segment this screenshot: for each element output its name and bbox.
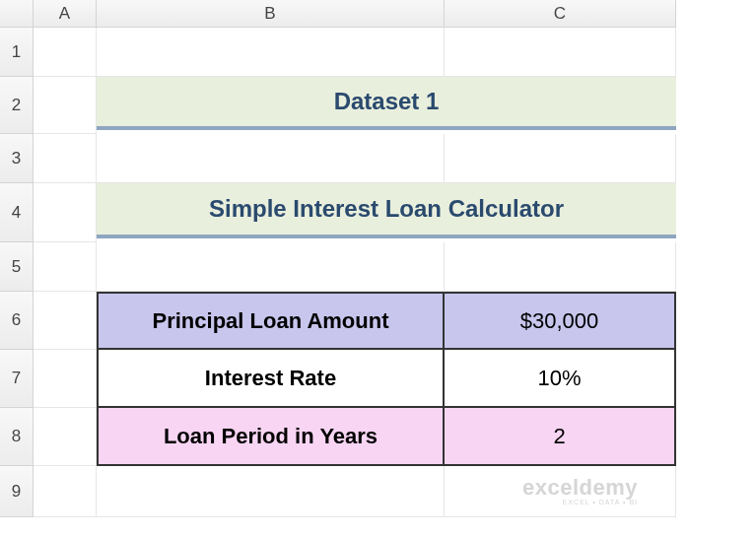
- value-text: 2: [553, 424, 565, 449]
- row-label: 7: [12, 369, 21, 388]
- col-header-c[interactable]: C: [445, 0, 676, 28]
- cell-c1[interactable]: [445, 28, 676, 77]
- cell-b9[interactable]: [97, 466, 445, 517]
- row-label: 2: [12, 96, 21, 115]
- cell-a7[interactable]: [34, 350, 97, 408]
- value-principal[interactable]: $30,000: [445, 292, 676, 350]
- value-text: $30,000: [520, 308, 599, 334]
- row-header-9[interactable]: 9: [0, 466, 34, 517]
- row-label: 6: [12, 310, 21, 330]
- label-interest-rate[interactable]: Interest Rate: [97, 350, 445, 408]
- cell-a5[interactable]: [34, 242, 97, 292]
- label-text: Interest Rate: [205, 366, 336, 391]
- row-loan-period: Loan Period in Years 2: [97, 408, 676, 466]
- watermark: exceldemy EXCEL • DATA • BI: [522, 477, 638, 505]
- cell-b3[interactable]: [97, 134, 445, 183]
- col-label: B: [264, 4, 275, 24]
- row-header-3[interactable]: 3: [0, 134, 34, 183]
- row-label: 5: [12, 257, 21, 277]
- watermark-brand: exceldemy: [522, 477, 638, 499]
- cell-b1[interactable]: [97, 28, 445, 77]
- value-interest-rate[interactable]: 10%: [445, 350, 676, 408]
- cell-a8[interactable]: [34, 408, 97, 466]
- cell-a6[interactable]: [34, 292, 97, 350]
- row-principal: Principal Loan Amount $30,000: [97, 292, 676, 350]
- dataset-title-banner[interactable]: Dataset 1: [97, 77, 676, 130]
- row-header-6[interactable]: 6: [0, 292, 34, 350]
- row-header-5[interactable]: 5: [0, 242, 34, 292]
- row-label: 9: [12, 482, 21, 502]
- row-header-1[interactable]: 1: [0, 28, 34, 77]
- cell-c5[interactable]: [445, 242, 676, 292]
- row-label: 3: [12, 149, 21, 168]
- spreadsheet-view: A B C 1 2 3 4 5 6 7 8 9 Dataset 1: [0, 0, 756, 538]
- row-header-4[interactable]: 4: [0, 183, 34, 242]
- cell-a2[interactable]: [34, 77, 97, 134]
- cell-a4[interactable]: [34, 183, 97, 242]
- dataset-title-text: Dataset 1: [334, 88, 440, 115]
- col-label: A: [59, 4, 70, 24]
- row-header-8[interactable]: 8: [0, 408, 34, 466]
- cell-b5[interactable]: [97, 242, 445, 292]
- label-loan-period[interactable]: Loan Period in Years: [97, 408, 445, 466]
- value-text: 10%: [537, 366, 581, 391]
- calculator-title-text: Simple Interest Loan Calculator: [209, 195, 564, 223]
- row-label: 4: [12, 203, 21, 223]
- row-interest-rate: Interest Rate 10%: [97, 350, 676, 408]
- cell-a3[interactable]: [34, 134, 97, 183]
- col-label: C: [554, 4, 566, 24]
- select-all-corner[interactable]: [0, 0, 34, 28]
- col-header-b[interactable]: B: [97, 0, 445, 28]
- value-loan-period[interactable]: 2: [445, 408, 676, 466]
- row-header-7[interactable]: 7: [0, 350, 34, 408]
- cell-c3[interactable]: [445, 134, 676, 183]
- col-header-a[interactable]: A: [34, 0, 97, 28]
- label-text: Principal Loan Amount: [153, 308, 389, 334]
- cell-a9[interactable]: [34, 466, 97, 517]
- row-label: 8: [12, 427, 21, 446]
- calculator-title-banner[interactable]: Simple Interest Loan Calculator: [97, 183, 676, 238]
- label-text: Loan Period in Years: [164, 424, 378, 449]
- row-label: 1: [12, 42, 21, 62]
- cell-a1[interactable]: [34, 28, 97, 77]
- row-header-2[interactable]: 2: [0, 77, 34, 134]
- loan-data-table: Principal Loan Amount $30,000 Interest R…: [97, 292, 676, 466]
- label-principal[interactable]: Principal Loan Amount: [97, 292, 445, 350]
- watermark-tagline: EXCEL • DATA • BI: [522, 499, 638, 505]
